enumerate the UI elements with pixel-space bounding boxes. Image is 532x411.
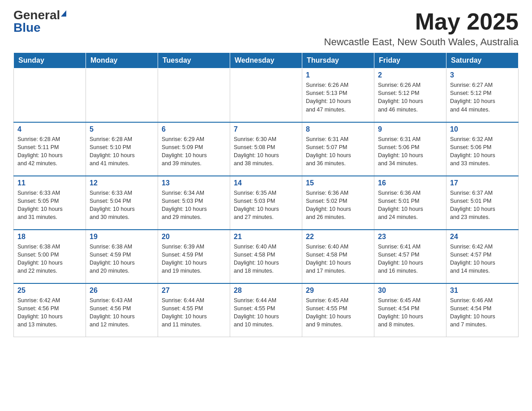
day-number: 9 bbox=[378, 125, 442, 133]
calendar-day-cell: 29Sunrise: 6:45 AM Sunset: 4:55 PM Dayli… bbox=[302, 283, 374, 337]
day-number: 1 bbox=[306, 71, 370, 79]
day-number: 16 bbox=[378, 179, 442, 187]
calendar-day-cell: 22Sunrise: 6:40 AM Sunset: 4:58 PM Dayli… bbox=[302, 230, 374, 283]
calendar-day-cell: 27Sunrise: 6:44 AM Sunset: 4:55 PM Dayli… bbox=[158, 283, 230, 337]
day-info: Sunrise: 6:30 AM Sunset: 5:08 PM Dayligh… bbox=[234, 135, 298, 168]
calendar-day-cell: 8Sunrise: 6:31 AM Sunset: 5:07 PM Daylig… bbox=[302, 122, 374, 176]
calendar-day-header: Tuesday bbox=[158, 53, 230, 68]
calendar-day-cell: 20Sunrise: 6:39 AM Sunset: 4:59 PM Dayli… bbox=[158, 230, 230, 283]
calendar-header-row: SundayMondayTuesdayWednesdayThursdayFrid… bbox=[14, 53, 519, 68]
day-info: Sunrise: 6:27 AM Sunset: 5:12 PM Dayligh… bbox=[450, 81, 515, 114]
day-info: Sunrise: 6:42 AM Sunset: 4:56 PM Dayligh… bbox=[17, 296, 82, 329]
day-number: 15 bbox=[306, 179, 370, 187]
logo-general: General bbox=[13, 9, 60, 21]
day-number: 21 bbox=[234, 233, 298, 241]
title-block: May 2025 Newcastle East, New South Wales… bbox=[324, 9, 519, 48]
calendar-day-cell: 1Sunrise: 6:26 AM Sunset: 5:13 PM Daylig… bbox=[302, 68, 374, 122]
calendar-day-cell: 4Sunrise: 6:28 AM Sunset: 5:11 PM Daylig… bbox=[14, 122, 86, 176]
day-number: 31 bbox=[450, 287, 515, 295]
day-info: Sunrise: 6:45 AM Sunset: 4:55 PM Dayligh… bbox=[306, 296, 370, 329]
day-info: Sunrise: 6:37 AM Sunset: 5:01 PM Dayligh… bbox=[450, 189, 515, 222]
calendar-day-cell: 30Sunrise: 6:45 AM Sunset: 4:54 PM Dayli… bbox=[374, 283, 446, 337]
calendar-day-header: Sunday bbox=[14, 53, 86, 68]
day-number: 11 bbox=[17, 179, 82, 187]
day-info: Sunrise: 6:41 AM Sunset: 4:57 PM Dayligh… bbox=[378, 243, 442, 275]
calendar-day-header: Wednesday bbox=[230, 53, 302, 68]
day-info: Sunrise: 6:36 AM Sunset: 5:01 PM Dayligh… bbox=[378, 189, 442, 222]
day-info: Sunrise: 6:29 AM Sunset: 5:09 PM Dayligh… bbox=[162, 135, 226, 168]
day-info: Sunrise: 6:38 AM Sunset: 5:00 PM Dayligh… bbox=[17, 243, 82, 275]
day-number: 7 bbox=[234, 125, 298, 133]
calendar-day-header: Saturday bbox=[446, 53, 519, 68]
month-year-title: May 2025 bbox=[324, 9, 519, 34]
location-subtitle: Newcastle East, New South Wales, Austral… bbox=[324, 36, 519, 48]
day-number: 22 bbox=[306, 233, 370, 241]
calendar-table: SundayMondayTuesdayWednesdayThursdayFrid… bbox=[13, 52, 519, 337]
day-info: Sunrise: 6:38 AM Sunset: 4:59 PM Dayligh… bbox=[90, 243, 154, 275]
calendar-day-cell: 9Sunrise: 6:31 AM Sunset: 5:06 PM Daylig… bbox=[374, 122, 446, 176]
day-info: Sunrise: 6:35 AM Sunset: 5:03 PM Dayligh… bbox=[234, 189, 298, 222]
day-info: Sunrise: 6:26 AM Sunset: 5:12 PM Dayligh… bbox=[378, 81, 442, 114]
calendar-day-cell: 26Sunrise: 6:43 AM Sunset: 4:56 PM Dayli… bbox=[86, 283, 158, 337]
day-info: Sunrise: 6:39 AM Sunset: 4:59 PM Dayligh… bbox=[162, 243, 226, 275]
day-info: Sunrise: 6:26 AM Sunset: 5:13 PM Dayligh… bbox=[306, 81, 370, 114]
day-info: Sunrise: 6:40 AM Sunset: 4:58 PM Dayligh… bbox=[306, 243, 370, 275]
day-number: 24 bbox=[450, 233, 515, 241]
calendar-day-cell: 17Sunrise: 6:37 AM Sunset: 5:01 PM Dayli… bbox=[446, 176, 519, 230]
day-number: 23 bbox=[378, 233, 442, 241]
calendar-day-header: Monday bbox=[86, 53, 158, 68]
day-info: Sunrise: 6:31 AM Sunset: 5:07 PM Dayligh… bbox=[306, 135, 370, 168]
day-number: 4 bbox=[17, 125, 82, 133]
calendar-day-cell: 24Sunrise: 6:42 AM Sunset: 4:57 PM Dayli… bbox=[446, 230, 519, 283]
day-info: Sunrise: 6:28 AM Sunset: 5:10 PM Dayligh… bbox=[90, 135, 154, 168]
day-info: Sunrise: 6:45 AM Sunset: 4:54 PM Dayligh… bbox=[378, 296, 442, 329]
day-number: 10 bbox=[450, 125, 515, 133]
day-info: Sunrise: 6:32 AM Sunset: 5:06 PM Dayligh… bbox=[450, 135, 515, 168]
day-number: 19 bbox=[90, 233, 154, 241]
calendar-day-cell: 14Sunrise: 6:35 AM Sunset: 5:03 PM Dayli… bbox=[230, 176, 302, 230]
day-number: 28 bbox=[234, 287, 298, 295]
calendar-week-row: 1Sunrise: 6:26 AM Sunset: 5:13 PM Daylig… bbox=[14, 68, 519, 122]
day-number: 27 bbox=[162, 287, 226, 295]
day-number: 30 bbox=[378, 287, 442, 295]
day-number: 26 bbox=[90, 287, 154, 295]
day-number: 3 bbox=[450, 71, 515, 79]
day-number: 20 bbox=[162, 233, 226, 241]
day-number: 25 bbox=[17, 287, 82, 295]
calendar-day-cell: 5Sunrise: 6:28 AM Sunset: 5:10 PM Daylig… bbox=[86, 122, 158, 176]
day-info: Sunrise: 6:33 AM Sunset: 5:04 PM Dayligh… bbox=[90, 189, 154, 222]
calendar-day-cell: 25Sunrise: 6:42 AM Sunset: 4:56 PM Dayli… bbox=[14, 283, 86, 337]
calendar-day-cell: 6Sunrise: 6:29 AM Sunset: 5:09 PM Daylig… bbox=[158, 122, 230, 176]
calendar-day-cell: 7Sunrise: 6:30 AM Sunset: 5:08 PM Daylig… bbox=[230, 122, 302, 176]
calendar-day-cell: 3Sunrise: 6:27 AM Sunset: 5:12 PM Daylig… bbox=[446, 68, 519, 122]
day-info: Sunrise: 6:36 AM Sunset: 5:02 PM Dayligh… bbox=[306, 189, 370, 222]
calendar-day-cell bbox=[14, 68, 86, 122]
calendar-week-row: 18Sunrise: 6:38 AM Sunset: 5:00 PM Dayli… bbox=[14, 230, 519, 283]
calendar-day-cell: 21Sunrise: 6:40 AM Sunset: 4:58 PM Dayli… bbox=[230, 230, 302, 283]
day-number: 18 bbox=[17, 233, 82, 241]
calendar-day-cell: 10Sunrise: 6:32 AM Sunset: 5:06 PM Dayli… bbox=[446, 122, 519, 176]
calendar-day-cell bbox=[230, 68, 302, 122]
calendar-day-cell: 13Sunrise: 6:34 AM Sunset: 5:03 PM Dayli… bbox=[158, 176, 230, 230]
day-number: 5 bbox=[90, 125, 154, 133]
logo-arrow-icon bbox=[61, 10, 66, 17]
day-info: Sunrise: 6:44 AM Sunset: 4:55 PM Dayligh… bbox=[162, 296, 226, 329]
calendar-day-cell bbox=[86, 68, 158, 122]
day-info: Sunrise: 6:44 AM Sunset: 4:55 PM Dayligh… bbox=[234, 296, 298, 329]
calendar-week-row: 4Sunrise: 6:28 AM Sunset: 5:11 PM Daylig… bbox=[14, 122, 519, 176]
calendar-day-cell: 2Sunrise: 6:26 AM Sunset: 5:12 PM Daylig… bbox=[374, 68, 446, 122]
calendar-day-cell: 16Sunrise: 6:36 AM Sunset: 5:01 PM Dayli… bbox=[374, 176, 446, 230]
day-info: Sunrise: 6:40 AM Sunset: 4:58 PM Dayligh… bbox=[234, 243, 298, 275]
day-info: Sunrise: 6:31 AM Sunset: 5:06 PM Dayligh… bbox=[378, 135, 442, 168]
day-number: 12 bbox=[90, 179, 154, 187]
day-number: 14 bbox=[234, 179, 298, 187]
day-number: 13 bbox=[162, 179, 226, 187]
calendar-day-cell: 15Sunrise: 6:36 AM Sunset: 5:02 PM Dayli… bbox=[302, 176, 374, 230]
day-number: 8 bbox=[306, 125, 370, 133]
day-number: 17 bbox=[450, 179, 515, 187]
day-info: Sunrise: 6:46 AM Sunset: 4:54 PM Dayligh… bbox=[450, 296, 515, 329]
day-info: Sunrise: 6:43 AM Sunset: 4:56 PM Dayligh… bbox=[90, 296, 154, 329]
day-info: Sunrise: 6:34 AM Sunset: 5:03 PM Dayligh… bbox=[162, 189, 226, 222]
calendar-day-header: Friday bbox=[374, 53, 446, 68]
calendar-day-cell: 23Sunrise: 6:41 AM Sunset: 4:57 PM Dayli… bbox=[374, 230, 446, 283]
